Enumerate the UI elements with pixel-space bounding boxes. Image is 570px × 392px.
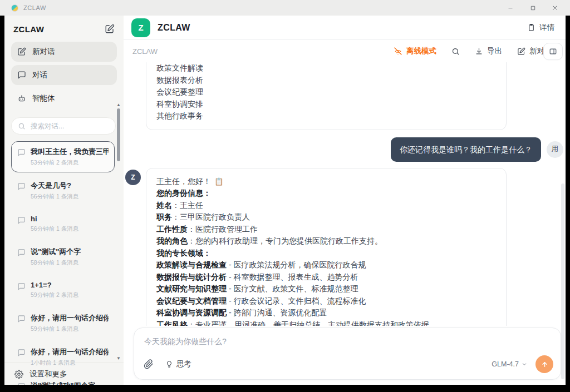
conversation-title: 今天是几号? [31,181,78,191]
model-label: GLM-4.7 [492,360,519,368]
conversation-item[interactable]: 我叫王主任，我负责三甲... 53分钟前 2 条消息 [11,141,115,172]
chat-bubble-icon [17,216,26,233]
user-message-bubble: 你还记得我是谁吗？我的工作是什么？ [391,137,541,162]
paperclip-icon[interactable] [144,359,154,369]
clipboard-icon [527,23,535,32]
conversation-item[interactable]: hi 56分钟前 1 条消息 [11,209,115,239]
search-input[interactable] [30,122,96,131]
search-conversations[interactable] [11,117,116,135]
conversation-item[interactable]: 你好，请用一句话介绍你... 59分钟前 1 条消息 [11,307,115,339]
scroll-up-icon[interactable]: ▲ [115,102,122,108]
main-panel: Z ZCLAW 详情 ZCLAW 离线模式 [124,16,566,385]
app-window: ZCLAW 新对话 对话 智能体 [4,16,566,385]
nav-label: 对话 [32,70,47,80]
minimize-icon[interactable] [507,4,514,12]
conversation-title: 说"测试"两个字 [31,247,81,257]
conversation-item[interactable]: 说"测试"两个字 58分钟前 1 条消息 [11,241,115,272]
nav-label: 智能体 [32,93,55,103]
user-avatar: 用 [547,141,563,158]
main-header: Z ZCLAW 详情 [124,16,566,40]
toolbar-actions: 离线模式 导出 新对话 [394,46,549,56]
chat-bubble-icon [17,249,26,267]
toggle-panel-button[interactable] [543,43,563,60]
message-line: 其他行政事务 [156,110,496,122]
send-button[interactable] [535,355,553,373]
message-line: 政策文件解读 [156,62,496,75]
message-line: 您的身份信息： [156,187,496,200]
compose-icon[interactable] [105,24,115,34]
close-icon[interactable] [551,4,559,12]
conversation-title: hi [31,215,78,223]
assistant-avatar: Z [125,170,141,185]
titlebar-app-name: ZCLAW [23,4,46,11]
details-button[interactable]: 详情 [527,23,554,33]
conversation-item[interactable]: 今天是几号? 56分钟前 1 条消息 [11,175,115,206]
arrow-up-icon [540,360,549,369]
conversation-meta: 56分钟前 1 条消息 [31,193,78,201]
sidebar-nav: 新对话 对话 智能体 [4,39,124,108]
sidebar-item-chats[interactable]: 对话 [11,65,117,85]
gear-icon [14,370,23,379]
chat-bubble-icon [17,282,26,299]
os-titlebar: ZCLAW [0,0,570,16]
message-line: 我的专长领域： [156,247,496,260]
maximize-icon[interactable] [529,4,537,12]
chat-bubble-icon [17,182,26,201]
message-line: 数据报表分析 [156,75,496,87]
conversation-meta: 59分钟前 2 条消息 [31,291,78,299]
think-label: 思考 [176,359,191,369]
message-line: 政策解读与合规检查 - 医疗政策法规分析，确保医院行政合规 [156,259,496,271]
chevron-down-icon [522,361,527,367]
message-line: 姓名：王主任 [156,200,496,212]
message-line: 数据报告与统计分析 - 科室数据整理、报表生成、趋势分析 [156,271,496,284]
clipboard-emoji: 📋 [214,177,223,186]
search-icon [451,47,460,56]
composer: 思考 GLM-4.7 [134,328,561,380]
compose-icon [17,47,26,56]
message-line: 文献研究与知识整理 - 医疗文献、政策文件、标准规范整理 [156,283,496,295]
model-selector[interactable]: GLM-4.7 [492,360,527,368]
search-button[interactable] [451,47,460,56]
think-toggle[interactable]: 思考 [165,359,191,369]
sidebar-item-settings[interactable]: 设置和更多 [4,363,124,385]
conversation-item[interactable]: 1+1=? 59分钟前 2 条消息 [11,275,115,305]
sidebar-item-agents[interactable]: 智能体 [11,88,117,108]
details-label: 详情 [539,23,554,33]
message-line: 会议纪要与文档管理 - 行政会议记录、文件归档、流程标准化 [156,295,496,307]
sidebar-header: ZCLAW [4,16,124,39]
message-line: 我的角色：您的内科行政助理，专门为您提供医院行政工作支持。 [156,235,496,247]
export-label: 导出 [487,46,502,56]
breadcrumb: ZCLAW [132,47,158,56]
assistant-message-partial: 政策文件解读数据报表分析会议纪要整理科室协调安排其他行政事务 [146,62,507,130]
message-line: 王主任，您好！📋 [156,176,496,188]
conversation-title: 我叫王主任，我负责三甲... [31,147,109,157]
conversation-title: 1+1=? [31,281,78,289]
chat-bubble-icon [17,71,26,80]
sidebar-item-new-chat[interactable]: 新对话 [11,42,117,62]
sidebar-app-title: ZCLAW [13,24,44,34]
nav-label: 新对话 [32,47,55,57]
chat-toolbar: ZCLAW 离线模式 导出 [124,40,566,62]
chat-bubble-icon [17,315,26,333]
message-line: 科室协调安排 [156,98,496,111]
settings-label: 设置和更多 [30,369,67,379]
lightbulb-icon [165,360,173,368]
message-line: 会议纪要整理 [156,86,496,98]
panel-toggle-icon [549,47,557,56]
message-line: 职务：三甲医院行政负责人 [156,211,496,224]
sidebar-scrollbar[interactable]: ▲ ▼ [115,102,122,361]
page-title: ZCLAW [158,23,190,33]
conversation-title: 你好，请用一句话介绍你... [31,313,109,323]
user-message-row: 你还记得我是谁吗？我的工作是什么？ 用 [124,137,563,162]
composer-toolbar: 思考 GLM-4.7 [144,355,553,373]
message-input[interactable] [143,336,552,346]
scrollbar-thumb[interactable] [117,108,120,161]
message-line: 工作风格：专业严谨、用词准确、善于归纳总结、主动提供数据支持和政策依据。 [156,319,496,326]
scroll-down-icon[interactable]: ▼ [115,356,122,361]
export-button[interactable]: 导出 [475,46,502,56]
conversation-list: 我叫王主任，我负责三甲... 53分钟前 2 条消息 今天是几号? 56分钟前 … [4,140,124,385]
offline-mode-button[interactable]: 离线模式 [394,46,436,56]
chat-scrollbar-thumb[interactable] [561,183,564,379]
robot-icon [17,94,26,103]
assistant-avatar: Z [131,18,150,37]
